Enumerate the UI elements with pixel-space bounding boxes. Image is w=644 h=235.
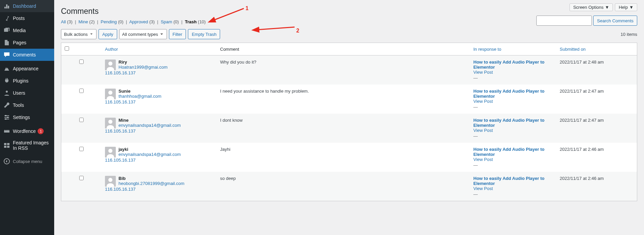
author-email-link[interactable]: thanhhoa@gmail.com bbox=[119, 94, 162, 99]
author-ip-link[interactable]: 116.105.16.137 bbox=[105, 70, 213, 75]
empty-trash-button[interactable]: Empty Trash bbox=[188, 29, 220, 39]
author-ip-link[interactable]: 116.105.16.137 bbox=[105, 99, 213, 104]
help-button[interactable]: Help ▼ bbox=[615, 3, 637, 11]
col-header-date[interactable]: Submitted on bbox=[560, 47, 586, 52]
view-post-link[interactable]: View Post bbox=[473, 157, 553, 162]
submitted-date: 2022/11/17 at 2:47 am bbox=[556, 114, 637, 143]
filter-pending[interactable]: Pending bbox=[101, 19, 117, 24]
sidebar-item-appearance[interactable]: Appearance bbox=[0, 63, 54, 75]
row-checkbox[interactable] bbox=[79, 147, 84, 151]
view-post-link[interactable]: View Post bbox=[473, 186, 553, 191]
response-post-link[interactable]: How to easily Add Audio Player to Elemen… bbox=[473, 176, 544, 186]
avatar bbox=[105, 89, 116, 99]
response-post-link[interactable]: How to easily Add Audio Player to Elemen… bbox=[473, 60, 544, 70]
filter-approved[interactable]: Approved bbox=[129, 19, 148, 24]
svg-rect-10 bbox=[7, 130, 8, 131]
avatar bbox=[105, 60, 116, 70]
sidebar-item-dashboard[interactable]: Dashboard bbox=[0, 0, 54, 12]
svg-rect-7 bbox=[4, 131, 9, 133]
sidebar-item-wordfence[interactable]: Wordfence1 bbox=[0, 125, 54, 137]
submitted-date: 2022/11/17 at 2:48 am bbox=[556, 55, 637, 85]
caret-down-icon: ▼ bbox=[605, 5, 609, 10]
svg-rect-14 bbox=[4, 146, 6, 148]
author-name: jayki bbox=[119, 147, 181, 152]
sidebar-item-label: Tools bbox=[13, 102, 24, 108]
svg-rect-12 bbox=[4, 143, 6, 145]
author-name: Mine bbox=[119, 118, 181, 123]
search-comments-button[interactable]: Search Comments bbox=[593, 16, 637, 26]
row-checkbox[interactable] bbox=[79, 176, 84, 180]
author-email-link[interactable]: heobongbi.27081999@gmail.com bbox=[119, 181, 185, 186]
apply-button[interactable]: Apply bbox=[99, 29, 117, 39]
notification-badge: 1 bbox=[38, 128, 44, 134]
row-checkbox[interactable] bbox=[79, 118, 84, 122]
view-post-link[interactable]: View Post bbox=[473, 99, 553, 104]
items-count: 10 items bbox=[621, 32, 637, 37]
row-checkbox[interactable] bbox=[79, 89, 84, 93]
caret-down-icon: ▼ bbox=[629, 5, 634, 10]
search-comments-input[interactable] bbox=[536, 16, 592, 26]
row-checkbox[interactable] bbox=[79, 60, 84, 64]
select-all-checkbox[interactable] bbox=[65, 46, 69, 51]
plugins-icon bbox=[3, 77, 10, 84]
comment-count-dash: — bbox=[473, 163, 553, 168]
filter-button[interactable]: Filter bbox=[169, 29, 186, 39]
main-content: Screen Options ▼ Help ▼ Comments Search … bbox=[54, 0, 644, 235]
comment-count-dash: — bbox=[473, 134, 553, 139]
response-post-link[interactable]: How to easily Add Audio Player to Elemen… bbox=[473, 147, 544, 157]
sidebar-item-users[interactable]: Users bbox=[0, 87, 54, 99]
media-icon bbox=[3, 27, 10, 34]
response-post-link[interactable]: How to easily Add Audio Player to Elemen… bbox=[473, 118, 544, 128]
sidebar-item-label: Plugins bbox=[13, 78, 28, 84]
sidebar-item-plugins[interactable]: Plugins bbox=[0, 75, 54, 87]
svg-point-5 bbox=[7, 117, 8, 118]
pages-icon bbox=[3, 39, 10, 46]
appearance-icon bbox=[3, 65, 10, 72]
sidebar-item-featured-images-in-rss[interactable]: Featured Images In RSS bbox=[0, 137, 54, 154]
sidebar-item-settings[interactable]: Settings bbox=[0, 111, 54, 123]
author-ip-link[interactable]: 116.105.16.137 bbox=[105, 187, 213, 192]
author-email-link[interactable]: Hoatran1999@gmai.com bbox=[119, 65, 168, 70]
view-post-link[interactable]: View Post bbox=[473, 70, 553, 75]
author-name: Sunie bbox=[119, 89, 162, 94]
comments-icon bbox=[3, 51, 10, 58]
avatar bbox=[105, 118, 116, 128]
collapse-menu[interactable]: Collapse menu bbox=[0, 155, 54, 167]
comment-type-select[interactable]: All comment types bbox=[119, 29, 167, 39]
author-ip-link[interactable]: 116.105.16.137 bbox=[105, 158, 213, 163]
filter-trash[interactable]: Trash (10) bbox=[185, 19, 206, 24]
filter-spam[interactable]: Spam bbox=[161, 19, 172, 24]
sidebar-item-tools[interactable]: Tools bbox=[0, 99, 54, 111]
sidebar-item-label: Posts bbox=[13, 16, 25, 21]
table-row: jayki envynailsandspa14@gmail.com 116.10… bbox=[61, 143, 637, 172]
filter-mine[interactable]: Mine bbox=[79, 19, 88, 24]
col-header-author[interactable]: Author bbox=[105, 47, 118, 52]
sidebar-item-media[interactable]: Media bbox=[0, 24, 54, 37]
author-email-link[interactable]: envynailsandspa14@gmail.com bbox=[119, 152, 181, 157]
users-icon bbox=[3, 90, 10, 96]
screen-options-button[interactable]: Screen Options ▼ bbox=[570, 3, 613, 11]
author-ip-link[interactable]: 116.105.16.137 bbox=[105, 128, 213, 134]
tools-icon bbox=[3, 102, 10, 109]
bulk-actions-select[interactable]: Bulk actions bbox=[61, 29, 96, 39]
view-post-link[interactable]: View Post bbox=[473, 128, 553, 133]
sidebar-item-label: Pages bbox=[13, 40, 26, 45]
comment-text: so deep bbox=[217, 172, 470, 201]
col-header-response[interactable]: In response to bbox=[473, 47, 501, 52]
sidebar-item-comments[interactable]: Comments bbox=[0, 49, 54, 61]
dashboard-icon bbox=[3, 3, 10, 9]
response-post-link[interactable]: How to easily Add Audio Player to Elemen… bbox=[473, 89, 544, 99]
sidebar-item-posts[interactable]: Posts bbox=[0, 12, 54, 24]
table-row: Sunie thanhhoa@gmail.com 116.105.16.137 … bbox=[61, 85, 637, 114]
submitted-date: 2022/11/17 at 2:47 am bbox=[556, 85, 637, 114]
comments-table: Author Comment In response to Submitted … bbox=[61, 43, 637, 201]
sidebar-item-pages[interactable]: Pages bbox=[0, 37, 54, 49]
sidebar-item-label: Users bbox=[13, 90, 25, 96]
sidebar-item-label: Comments bbox=[13, 52, 36, 57]
author-name: Bib bbox=[119, 176, 185, 181]
svg-rect-8 bbox=[4, 130, 5, 131]
filter-all[interactable]: All bbox=[61, 19, 66, 24]
author-email-link[interactable]: envynailsandspa14@gmail.com bbox=[119, 123, 181, 128]
submitted-date: 2022/11/17 at 2:46 am bbox=[556, 143, 637, 172]
sidebar-item-label: Featured Images In RSS bbox=[13, 140, 51, 151]
